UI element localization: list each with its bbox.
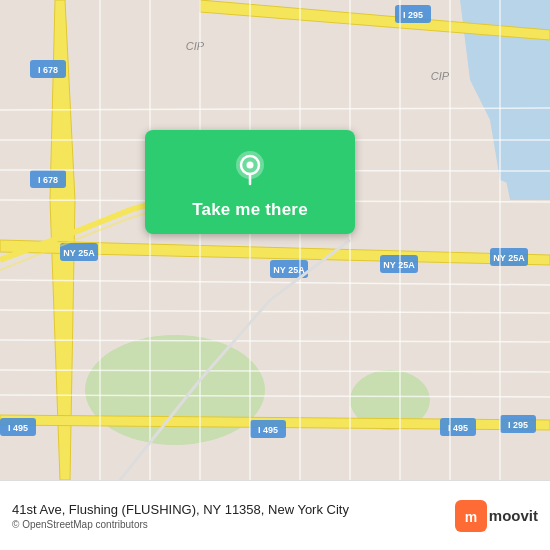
- svg-text:NY 25A: NY 25A: [493, 253, 525, 263]
- svg-text:I 295: I 295: [403, 10, 423, 20]
- svg-point-48: [247, 162, 254, 169]
- svg-text:I 678: I 678: [38, 175, 58, 185]
- take-me-there-label: Take me there: [192, 200, 308, 220]
- map-background: I 678 I 678 I 295 NY 25A NY 25A NY 25A N…: [0, 0, 550, 480]
- svg-text:I 495: I 495: [258, 425, 278, 435]
- address-line: 41st Ave, Flushing (FLUSHING), NY 11358,…: [12, 502, 445, 517]
- moovit-icon: m: [455, 500, 487, 532]
- svg-rect-0: [0, 0, 550, 480]
- svg-text:I 495: I 495: [448, 423, 468, 433]
- osm-attribution-text: © OpenStreetMap contributors: [12, 519, 148, 530]
- moovit-logo: m moovit: [455, 500, 538, 532]
- svg-text:CIP: CIP: [431, 70, 450, 82]
- svg-text:CIP: CIP: [186, 40, 205, 52]
- svg-text:NY 25A: NY 25A: [383, 260, 415, 270]
- svg-text:I 678: I 678: [38, 65, 58, 75]
- svg-text:m: m: [465, 509, 477, 525]
- map-container: I 678 I 678 I 295 NY 25A NY 25A NY 25A N…: [0, 0, 550, 480]
- moovit-text: moovit: [489, 507, 538, 524]
- svg-text:I 495: I 495: [8, 423, 28, 433]
- location-pin-icon: [228, 148, 272, 192]
- svg-text:NY 25A: NY 25A: [63, 248, 95, 258]
- bottom-bar: 41st Ave, Flushing (FLUSHING), NY 11358,…: [0, 480, 550, 550]
- osm-attribution: © OpenStreetMap contributors: [12, 519, 445, 530]
- address-block: 41st Ave, Flushing (FLUSHING), NY 11358,…: [12, 502, 445, 530]
- take-me-there-button[interactable]: Take me there: [145, 130, 355, 234]
- svg-text:I 295: I 295: [508, 420, 528, 430]
